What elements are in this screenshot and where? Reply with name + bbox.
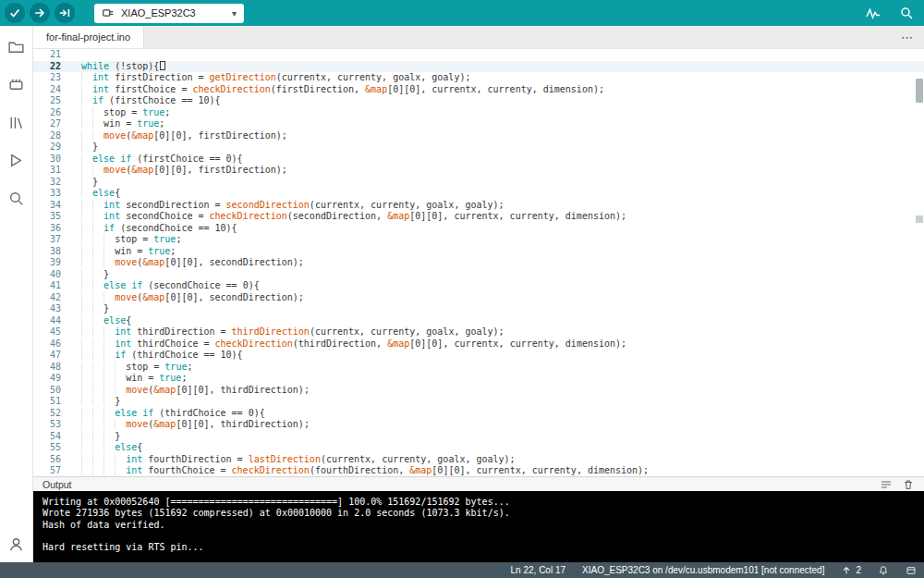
- code-line[interactable]: stop = true;: [74, 107, 924, 119]
- sidebar-item-library-manager[interactable]: [6, 111, 28, 133]
- line-number[interactable]: 53: [33, 419, 74, 431]
- code-line[interactable]: win = true;: [74, 246, 924, 258]
- code-line[interactable]: stop = true;: [74, 234, 924, 246]
- code-line[interactable]: }: [74, 269, 924, 281]
- line-number[interactable]: 26: [33, 107, 74, 119]
- code-line[interactable]: else if (firstChoice == 0){: [74, 154, 924, 166]
- line-number[interactable]: 46: [33, 338, 74, 350]
- code-line[interactable]: int thirdChoice = checkDirection(thirdDi…: [74, 338, 924, 350]
- line-number[interactable]: 52: [33, 408, 74, 420]
- serial-monitor-button[interactable]: [896, 3, 917, 23]
- code-editor[interactable]: 2122232425262728293031323334353637383940…: [33, 49, 924, 476]
- tab-more-button[interactable]: ⋯: [890, 26, 924, 48]
- code-line[interactable]: else if (secondChoice == 0){: [74, 280, 924, 292]
- code-line[interactable]: else if (thirdChoice == 0){: [74, 408, 924, 420]
- code-line[interactable]: }: [74, 141, 924, 154]
- code-line[interactable]: if (secondChoice == 10){: [74, 223, 924, 235]
- line-number[interactable]: 28: [33, 130, 74, 142]
- sidebar-item-debug[interactable]: [6, 149, 28, 171]
- line-number[interactable]: 23: [33, 72, 74, 84]
- line-number[interactable]: 31: [33, 165, 74, 177]
- line-number[interactable]: 43: [33, 303, 74, 315]
- editor-scrollbar[interactable]: [915, 49, 924, 476]
- line-number[interactable]: 49: [33, 373, 74, 385]
- line-number[interactable]: 41: [33, 280, 74, 292]
- sidebar-item-sketchbook[interactable]: [6, 35, 28, 57]
- scrollbar-thumb[interactable]: [916, 79, 923, 103]
- sidebar-item-search[interactable]: [6, 187, 28, 209]
- cursor-position[interactable]: Ln 22, Col 17: [511, 565, 566, 575]
- upload-button[interactable]: [30, 3, 50, 23]
- board-connection-status[interactable]: XIAO_ESP32C3 on /dev/cu.usbmodem101 [not…: [582, 565, 824, 575]
- code-line[interactable]: int secondChoice = checkDirection(second…: [74, 211, 924, 223]
- line-number[interactable]: 42: [33, 292, 74, 304]
- code-line[interactable]: else{: [74, 188, 924, 200]
- line-number[interactable]: 32: [33, 177, 74, 189]
- verify-button[interactable]: [5, 3, 25, 23]
- line-number[interactable]: 57: [33, 465, 74, 476]
- code-line[interactable]: win = true;: [74, 118, 924, 130]
- account-button[interactable]: [6, 533, 28, 555]
- line-number[interactable]: 21: [33, 49, 74, 61]
- code-line[interactable]: }: [74, 396, 924, 408]
- output-console[interactable]: Writing at 0x00052640 [=================…: [33, 491, 924, 562]
- code-line[interactable]: int fourthChoice = checkDirection(fourth…: [74, 465, 924, 476]
- notification-bell[interactable]: [878, 565, 889, 576]
- debug-button[interactable]: [55, 3, 75, 23]
- code-line[interactable]: }: [74, 177, 924, 189]
- code-line[interactable]: int firstChoice = checkDirection(firstDi…: [74, 84, 924, 96]
- code-line[interactable]: }: [74, 303, 924, 315]
- code-line[interactable]: move(&map[0][0], firstDirection);: [74, 165, 924, 177]
- clear-output-button[interactable]: [902, 478, 915, 491]
- code-line[interactable]: else{: [74, 442, 924, 454]
- line-number[interactable]: 29: [33, 141, 74, 154]
- code-line[interactable]: int fourthDirection = lastDirection(curr…: [74, 454, 924, 466]
- code-line[interactable]: if (firstChoice == 10){: [74, 95, 924, 107]
- line-number[interactable]: 38: [33, 246, 74, 258]
- line-number[interactable]: 27: [33, 118, 74, 130]
- code-line[interactable]: else{: [74, 315, 924, 327]
- serial-plotter-button[interactable]: [863, 3, 883, 23]
- line-number[interactable]: 24: [33, 84, 74, 96]
- line-number[interactable]: 48: [33, 362, 74, 374]
- code-line[interactable]: move(&map[0][0], secondDirection);: [74, 292, 924, 304]
- code-line[interactable]: [74, 49, 924, 61]
- code-line[interactable]: stop = true;: [74, 362, 924, 374]
- line-number[interactable]: 22: [33, 61, 74, 73]
- code-line[interactable]: int secondDirection = secondDirection(cu…: [74, 200, 924, 212]
- line-number[interactable]: 45: [33, 326, 74, 338]
- line-number[interactable]: 33: [33, 188, 74, 200]
- board-selector[interactable]: XIAO_ESP32C3 ▾: [94, 4, 244, 23]
- code-line[interactable]: int firstDirection = getDirection(curren…: [74, 72, 924, 84]
- code-line[interactable]: if (thirdChoice == 10){: [74, 350, 924, 362]
- line-number[interactable]: 51: [33, 396, 74, 408]
- line-number[interactable]: 30: [33, 154, 74, 166]
- line-number[interactable]: 35: [33, 211, 74, 223]
- code-line[interactable]: move(&map[0][0], thirdDirection);: [74, 385, 924, 397]
- line-number[interactable]: 40: [33, 269, 74, 281]
- output-settings-button[interactable]: [880, 478, 893, 491]
- code-line[interactable]: move(&map[0][0], firstDirection);: [74, 130, 924, 142]
- line-number[interactable]: 34: [33, 200, 74, 212]
- code-line[interactable]: move(&map[0][0], secondDirection);: [74, 257, 924, 269]
- code-line[interactable]: move(&map[0][0], thirdDirection);: [74, 419, 924, 431]
- line-number[interactable]: 44: [33, 315, 74, 327]
- line-number[interactable]: 36: [33, 223, 74, 235]
- panel-toggle[interactable]: [906, 565, 917, 576]
- line-number[interactable]: 56: [33, 454, 74, 466]
- code-line[interactable]: int thirdDirection = thirdDirection(curr…: [74, 326, 924, 338]
- line-number[interactable]: 50: [33, 385, 74, 397]
- console-line: Hard resetting via RTS pin...: [43, 542, 915, 553]
- line-number[interactable]: 47: [33, 350, 74, 362]
- code-line[interactable]: while (!stop){: [74, 61, 924, 73]
- line-number[interactable]: 37: [33, 234, 74, 246]
- upload-notifications[interactable]: 2: [841, 565, 861, 576]
- line-number[interactable]: 55: [33, 442, 74, 454]
- tab-sketch[interactable]: for-final-project.ino: [33, 26, 144, 48]
- sidebar-item-boards-manager[interactable]: [6, 73, 28, 95]
- line-number[interactable]: 25: [33, 95, 74, 107]
- code-line[interactable]: }: [74, 431, 924, 443]
- line-number[interactable]: 54: [33, 431, 74, 443]
- line-number[interactable]: 39: [33, 257, 74, 269]
- code-line[interactable]: win = true;: [74, 373, 924, 385]
